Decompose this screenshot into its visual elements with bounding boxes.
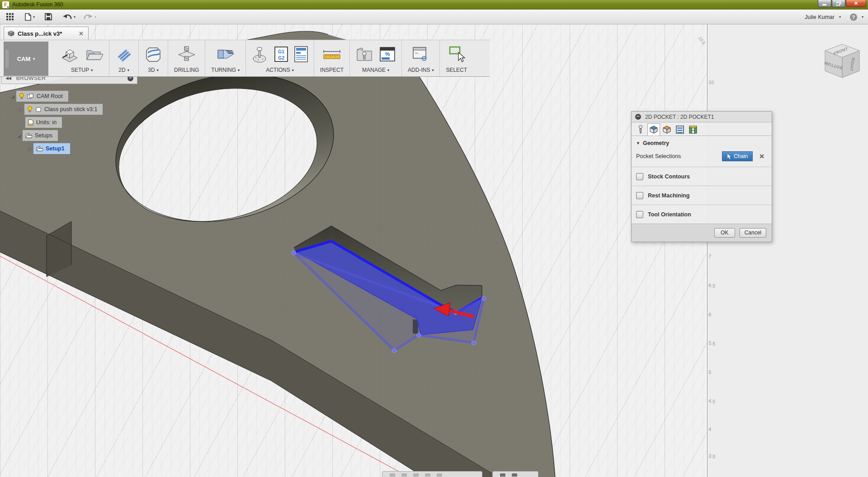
- dropdown-arrow-icon[interactable]: ▾: [387, 68, 389, 72]
- chain-selection-button[interactable]: Chain: [722, 151, 753, 161]
- minimize-button[interactable]: [818, 0, 831, 7]
- ribbon-group-2d: 2D▾: [109, 40, 139, 76]
- maximize-button[interactable]: [832, 0, 845, 7]
- visibility-bulb-icon[interactable]: [27, 106, 33, 112]
- tree-row-cam-root[interactable]: ◢ CAM Root: [9, 91, 68, 102]
- 2d-group-label[interactable]: 2D: [118, 67, 125, 73]
- ribbon-group-manage: % MANAGE▾: [350, 40, 402, 76]
- undo-button[interactable]: ▾: [63, 14, 75, 20]
- collapsed-arrow-icon[interactable]: ▷: [17, 107, 24, 112]
- dropdown-arrow-icon[interactable]: ▾: [292, 68, 294, 72]
- component-cube-icon: [35, 107, 42, 112]
- collapsed-arrow-icon[interactable]: ▷: [26, 146, 33, 151]
- tab-heights-icon[interactable]: [660, 123, 673, 136]
- tree-row-component[interactable]: ▷ Class push stick v3:1: [17, 104, 103, 115]
- stock-contours-checkbox[interactable]: [636, 173, 643, 180]
- tab-passes-icon[interactable]: [674, 123, 686, 136]
- tool-orientation-checkbox[interactable]: [636, 211, 643, 218]
- section-title: Geometry: [643, 140, 669, 146]
- ok-button[interactable]: OK: [714, 228, 735, 238]
- expand-arrow-icon[interactable]: ◢: [9, 94, 16, 99]
- navigation-bar[interactable]: [382, 471, 482, 477]
- view-cube[interactable]: FRONT BOTTOM RIGHT: [821, 40, 864, 83]
- dialog-title-bar[interactable]: − 2D POCKET : 2D POCKET1: [632, 112, 772, 122]
- measure-icon[interactable]: [322, 47, 342, 61]
- section-expand-icon[interactable]: ▼: [636, 141, 640, 145]
- title-bar: F Autodesk Fusion 360 ✕: [0, 0, 868, 9]
- dropdown-arrow-icon[interactable]: ▾: [157, 68, 159, 72]
- addins-icon[interactable]: >- ⚙: [411, 46, 430, 63]
- undo-caret-icon[interactable]: ▾: [74, 15, 75, 19]
- svg-text:>-: >-: [415, 51, 420, 55]
- drilling-icon[interactable]: [177, 46, 196, 63]
- dropdown-arrow-icon[interactable]: ▾: [91, 68, 93, 72]
- tab-geometry-icon[interactable]: [647, 123, 660, 136]
- ribbon-group-setup: SETUP▾: [55, 40, 109, 76]
- drilling-group-label[interactable]: DRILLING: [174, 67, 199, 73]
- setup-folder-icon[interactable]: [85, 46, 103, 62]
- post-process-icon[interactable]: [252, 46, 268, 63]
- workspace-switcher[interactable]: CAM ▾: [4, 42, 48, 76]
- machining-time-icon[interactable]: %: [379, 47, 396, 62]
- turning-icon[interactable]: [216, 47, 235, 62]
- grid-label: 4.5: [708, 398, 716, 404]
- cancel-button[interactable]: Cancel: [740, 228, 766, 238]
- close-button[interactable]: ✕: [846, 0, 866, 7]
- expand-arrow-icon[interactable]: ◢: [15, 133, 23, 138]
- 3d-group-label[interactable]: 3D: [148, 67, 155, 73]
- tree-row-units[interactable]: Units: in: [25, 117, 62, 128]
- workspace-caret-icon: ▾: [33, 57, 35, 61]
- dropdown-arrow-icon[interactable]: ▾: [127, 68, 129, 72]
- tab-tool-icon[interactable]: [634, 123, 647, 136]
- tree-row-label[interactable]: Class push stick v3:1: [44, 106, 97, 112]
- tab-linking-icon[interactable]: [687, 123, 699, 136]
- dialog-title: 2D POCKET : 2D POCKET1: [645, 114, 714, 120]
- ribbon-group-actions: G1 G2 ACTIONS▾: [246, 40, 314, 76]
- app-grid-icon[interactable]: [6, 13, 14, 21]
- visibility-bulb-icon[interactable]: [19, 93, 24, 99]
- dialog-collapse-icon[interactable]: −: [635, 114, 641, 120]
- workspace-label: CAM: [17, 56, 31, 62]
- actions-group-label[interactable]: ACTIONS: [266, 67, 290, 73]
- redo-caret-icon[interactable]: ▾: [94, 15, 96, 19]
- help-button[interactable]: ?: [850, 14, 857, 21]
- 3d-milling-icon[interactable]: [145, 46, 162, 62]
- dropdown-arrow-icon[interactable]: ▾: [238, 68, 240, 72]
- select-group-label[interactable]: SELECT: [446, 67, 467, 73]
- tree-row-label[interactable]: CAM Root: [37, 93, 63, 99]
- save-button[interactable]: [45, 13, 52, 20]
- dropdown-arrow-icon[interactable]: ▾: [432, 68, 434, 72]
- tree-row-setups[interactable]: ◢ Setups: [15, 130, 58, 141]
- setup-sheet-icon[interactable]: [294, 46, 308, 62]
- 2d-milling-icon[interactable]: [115, 46, 132, 62]
- turning-group-label[interactable]: TURNING: [211, 67, 236, 73]
- manage-group-label[interactable]: MANAGE: [362, 67, 386, 73]
- display-settings-bar[interactable]: [492, 471, 538, 477]
- generate-gcode-icon[interactable]: G1 G2: [274, 47, 288, 62]
- geometry-section-header[interactable]: ▼ Geometry: [632, 136, 772, 150]
- tool-library-icon[interactable]: [356, 46, 373, 62]
- redo-button[interactable]: ▾: [84, 14, 96, 20]
- rest-machining-checkbox[interactable]: [636, 192, 643, 199]
- help-caret-icon[interactable]: ▾: [862, 15, 863, 19]
- tree-row-label[interactable]: Units: in: [36, 119, 57, 126]
- tree-row-setup1[interactable]: ▷ Setup1: [26, 143, 70, 154]
- document-tab[interactable]: Class p...ick v3* ✕: [4, 27, 89, 40]
- addins-group-label[interactable]: ADD-INS: [408, 67, 430, 73]
- inspect-group-label[interactable]: INSPECT: [320, 67, 344, 73]
- tree-row-label[interactable]: Setup1: [46, 145, 65, 152]
- select-icon[interactable]: [448, 45, 466, 63]
- user-menu-caret-icon[interactable]: ▾: [839, 15, 841, 19]
- user-menu[interactable]: Julie Kumar: [805, 14, 835, 20]
- ribbon-toolbar: CAM ▾ SETUP▾: [0, 40, 490, 77]
- chain-button-label: Chain: [734, 153, 748, 159]
- tree-row-label[interactable]: Setups: [35, 132, 52, 139]
- document-tab-close-icon[interactable]: ✕: [78, 30, 85, 37]
- file-menu-button[interactable]: ▾: [25, 13, 35, 21]
- quick-access-toolbar: ▾ ▾ ▾ Julie Kumar ▾ ? ▾: [0, 9, 868, 24]
- new-setup-icon[interactable]: [61, 46, 79, 62]
- clear-selection-icon[interactable]: ✕: [756, 153, 767, 160]
- setup-group-label[interactable]: SETUP: [71, 67, 89, 73]
- checkbox-label: Rest Machining: [648, 192, 689, 199]
- stock-contours-row: Stock Contours: [632, 167, 772, 186]
